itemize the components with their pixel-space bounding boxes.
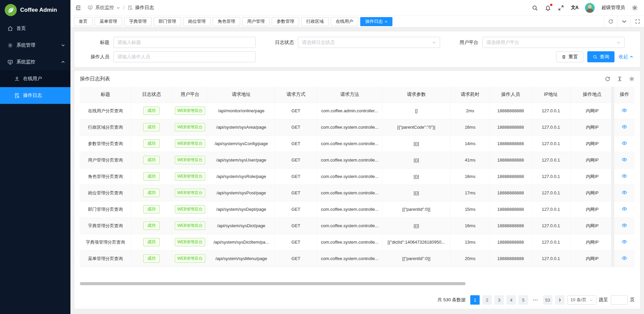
search-icon[interactable] xyxy=(532,5,538,11)
close-tab-icon[interactable]: × xyxy=(385,19,387,24)
view-detail-button[interactable] xyxy=(622,223,627,228)
view-detail-button[interactable] xyxy=(622,140,627,146)
gear-icon xyxy=(7,43,13,48)
tab-label: 在线用户 xyxy=(336,18,353,24)
tab-item[interactable]: 菜单管理 xyxy=(95,17,122,26)
view-detail-button[interactable] xyxy=(622,124,627,130)
cell-operator: 18888888888 xyxy=(490,103,531,119)
tab-item[interactable]: 岗位管理 xyxy=(183,17,211,26)
page-button[interactable]: 1 xyxy=(470,295,480,305)
view-detail-button[interactable] xyxy=(622,239,627,245)
card-bottom: 共 530 条数据 12345•••53 10 条/页 跳至 页 xyxy=(80,282,635,309)
page-button[interactable]: 3 xyxy=(494,295,504,305)
tab-item[interactable]: 首页 xyxy=(74,17,93,26)
tab-item[interactable]: 字典管理 xyxy=(124,17,152,26)
cell-operator: 18888888888 xyxy=(490,201,531,217)
maximize-content-icon[interactable] xyxy=(631,16,644,27)
tab-item[interactable]: 行政区域 xyxy=(301,17,329,26)
user-name[interactable]: 超级管理员 xyxy=(601,5,625,11)
vertical-scrollbar[interactable] xyxy=(611,87,614,267)
table-row: 参数管理分页查询成功WEB管理后台/api/system/sysConfig/p… xyxy=(80,135,635,152)
cell-request-url: /api/monitor/online/page xyxy=(208,103,275,119)
sidebar-item-label: 系统监控 xyxy=(16,59,35,65)
fullscreen-icon[interactable] xyxy=(558,5,564,11)
collapse-label: 收起 xyxy=(619,54,628,60)
tab-label: 岗位管理 xyxy=(188,18,206,24)
tab-item[interactable]: 在线用户 xyxy=(331,17,358,26)
page-button[interactable]: 5 xyxy=(519,295,528,305)
column-header: 用户平台 xyxy=(172,87,208,103)
next-page-button[interactable] xyxy=(555,295,565,305)
tab-item[interactable]: 操作日志× xyxy=(360,17,392,26)
view-detail-button[interactable] xyxy=(622,108,627,113)
operator-input[interactable]: 请输入操作人员 xyxy=(113,51,256,62)
column-height-icon[interactable] xyxy=(617,76,623,82)
sidebar-item-system-management[interactable]: 系统管理 xyxy=(0,37,70,54)
collapse-sidebar-icon[interactable] xyxy=(75,5,82,11)
tab-label: 字典管理 xyxy=(129,18,147,24)
page-size-select[interactable]: 10 条/页 xyxy=(567,295,596,305)
status-select[interactable]: 请选择日志状态 xyxy=(298,37,440,48)
tab-item[interactable]: 参数管理 xyxy=(272,17,299,26)
avatar[interactable] xyxy=(585,3,595,13)
cell-request-type: GET xyxy=(275,234,317,250)
table-settings-gear-icon[interactable] xyxy=(629,76,635,82)
sidebar-menu: 首页 系统管理 系统监控 在线用户 操作日志 xyxy=(0,20,70,104)
sidebar-item-home[interactable]: 首页 xyxy=(0,20,70,37)
notification-bell-icon[interactable] xyxy=(545,5,551,11)
table-row: 在线用户分页查询成功WEB管理后台/api/monitor/online/pag… xyxy=(80,103,635,119)
column-header: 请求方式 xyxy=(275,87,317,103)
cell-ip-address: 127.0.0.1 xyxy=(531,185,570,201)
view-detail-button[interactable] xyxy=(622,190,627,195)
tabs-menu-chevron-icon[interactable] xyxy=(617,16,631,27)
cell-ip-address: 127.0.0.1 xyxy=(531,234,570,250)
breadcrumb-root[interactable]: 系统监控 xyxy=(95,5,114,11)
cell-request-method: com.coffee.system.controlle... xyxy=(317,152,382,168)
cell-status: 成功 xyxy=(131,168,172,185)
tab-item[interactable]: 角色管理 xyxy=(213,17,240,26)
platform-badge: WEB管理后台 xyxy=(175,156,205,164)
tab-label: 行政区域 xyxy=(306,18,324,24)
cell-ip-address: 127.0.0.1 xyxy=(531,250,570,267)
view-detail-button[interactable] xyxy=(622,157,627,163)
cell-location: 内网IP xyxy=(570,119,614,135)
cell-location: 内网IP xyxy=(570,168,614,185)
leaf-logo-icon xyxy=(5,4,17,16)
refresh-icon[interactable] xyxy=(605,76,610,82)
notification-dot xyxy=(550,4,552,6)
page-button[interactable]: 53 xyxy=(543,295,552,305)
cell-platform: WEB管理后台 xyxy=(172,185,208,201)
refresh-tab-icon[interactable] xyxy=(604,16,617,27)
filter-field-status: 日志状态 请选择日志状态 xyxy=(265,37,449,48)
jump-page-input[interactable] xyxy=(611,295,628,305)
platform-select[interactable]: 请选择用户平台 xyxy=(482,37,625,48)
translate-icon[interactable]: 文A xyxy=(571,5,578,11)
reset-button[interactable]: 重置 xyxy=(556,51,583,62)
settings-gear-icon[interactable] xyxy=(632,5,638,11)
horizontal-scrollbar-thumb[interactable] xyxy=(80,282,466,285)
sidebar-item-label: 操作日志 xyxy=(23,92,42,99)
title-input[interactable]: 请输入标题 xyxy=(113,37,256,48)
page-button[interactable]: 2 xyxy=(482,295,492,305)
view-detail-button[interactable] xyxy=(622,206,627,212)
cell-actions xyxy=(614,217,635,234)
cell-operator: 18888888888 xyxy=(490,168,531,185)
sidebar-item-online-users[interactable]: 在线用户 xyxy=(0,70,70,87)
monitor-icon xyxy=(88,5,93,10)
jump-suffix-label: 页 xyxy=(630,297,635,303)
log-table-card: 操作日志列表 标题日志状态用户平台请求地址请求方式请求方法请求参数请求耗时操作人… xyxy=(74,71,640,309)
view-detail-button[interactable] xyxy=(622,173,627,179)
platform-placeholder: 请选择用户平台 xyxy=(486,40,519,46)
tab-item[interactable]: 部门管理 xyxy=(154,17,181,26)
sidebar-item-system-monitor[interactable]: 系统监控 xyxy=(0,54,70,70)
search-button[interactable]: 查询 xyxy=(587,51,614,62)
cell-actions xyxy=(614,135,635,152)
page-button[interactable]: 4 xyxy=(506,295,516,305)
view-detail-button[interactable] xyxy=(622,255,627,261)
tab-label: 操作日志 xyxy=(365,18,383,24)
sidebar-item-operation-log[interactable]: 操作日志 xyxy=(0,87,70,104)
column-header: 操作 xyxy=(614,87,635,103)
collapse-filter-link[interactable]: 收起 xyxy=(619,54,633,60)
tab-item[interactable]: 用户管理 xyxy=(242,17,270,26)
cell-request-params: [{}] xyxy=(382,185,450,201)
